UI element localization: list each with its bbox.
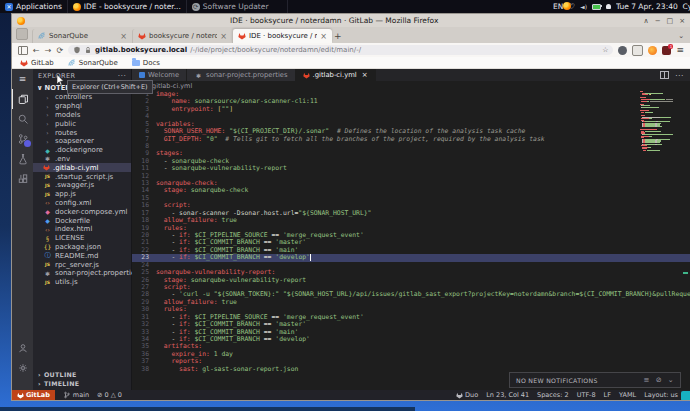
bookmark-item[interactable]: GitLab (20, 59, 54, 67)
editor-tab[interactable]: ✱sonar-project.properties (187, 69, 295, 81)
bookmark-star-icon[interactable]: ☆ (602, 46, 608, 54)
folder-item[interactable]: ›models (33, 111, 131, 120)
problems-indicator[interactable]: ⊘0 △0 (97, 391, 122, 399)
section-timeline[interactable]: ›TIMELINE (33, 379, 131, 388)
tab-close-icon[interactable]: × (220, 32, 227, 41)
status-item-indentation[interactable]: Spaces: 2 (537, 391, 569, 399)
tab-close-icon[interactable]: × (362, 71, 368, 79)
code-line[interactable]: 7 GIT_DEPTH: "0" # Tells git to fetch al… (132, 136, 690, 143)
file-item[interactable]: JSrpc_server.js (33, 260, 131, 269)
bookmark-item[interactable]: Docs (132, 59, 160, 67)
status-item-layout[interactable]: Layout: us (644, 391, 678, 399)
bookmark-item[interactable]: SonarQube (68, 59, 118, 67)
status-item-language[interactable]: YAML (619, 391, 636, 399)
applications-menu[interactable]: ✕ Applications (0, 0, 68, 13)
clear-notifications-icon[interactable]: ≡ (643, 376, 649, 384)
run-tests-view-icon[interactable] (12, 149, 33, 169)
clock[interactable]: Tue 7 Apr, 23:40 Cybra (616, 2, 690, 11)
code-area[interactable]: 1image:2 name: sonarsource/sonar-scanner… (132, 91, 690, 390)
reload-button[interactable]: ⟳ (56, 46, 63, 55)
code-line[interactable]: 18 allow_failure: true (132, 217, 690, 224)
code-line[interactable]: 34 - if: $CI_COMMIT_BRANCH == 'develop' (132, 336, 690, 343)
file-item[interactable]: JS.startup_script.js (33, 172, 131, 181)
extension-page-icon[interactable] (632, 45, 643, 56)
folder-item[interactable]: ›routes (33, 128, 131, 137)
firefox-view-icon[interactable] (16, 28, 28, 40)
tracking-shield-icon[interactable] (73, 46, 81, 54)
browser-tab[interactable]: IDE · booksycure / noter…× (232, 29, 332, 43)
battery-icon[interactable] (592, 4, 601, 10)
extension-badge-icon[interactable]: 1 (662, 46, 671, 55)
file-item[interactable]: ‹›config.xml (33, 199, 131, 208)
tab-close-icon[interactable]: × (120, 32, 127, 41)
file-item[interactable]: {}package.json (33, 243, 131, 252)
code-line[interactable]: 23 - if: $CI_COMMIT_BRANCH == 'develop' (132, 254, 690, 261)
app-menu-icon[interactable]: ≡ (676, 45, 684, 55)
browser-tab[interactable]: booksycure / noterdamn× (132, 29, 232, 43)
search-view-icon[interactable] (12, 109, 33, 129)
code-line[interactable]: 8 (132, 143, 690, 150)
code-line[interactable]: 15 (132, 195, 690, 202)
new-tab-button[interactable]: + (334, 31, 342, 41)
taskbar-window-firefox[interactable]: IDE - booksycure / noter... (68, 0, 187, 13)
window-titlebar[interactable]: IDE · booksycure / noterdamn · GitLab — … (12, 14, 690, 27)
branch-indicator[interactable]: main (63, 391, 89, 399)
file-item[interactable]: .gitlab-ci.yml (33, 163, 131, 172)
code-line[interactable]: 11 - sonarqube-vulnerability-report (132, 165, 690, 172)
list-all-tabs-button[interactable]: ⌄ (678, 32, 684, 40)
editor-tab[interactable]: .gitlab-ci.yml× (296, 69, 376, 81)
code-line[interactable]: 26 stage: sonarqube-vulnerability-report (132, 277, 690, 284)
extension-account-icon[interactable] (618, 46, 627, 55)
forward-button[interactable]: → (45, 46, 52, 55)
file-item[interactable]: ◆Dockerfile (33, 216, 131, 225)
sidebar-toggle-icon[interactable] (18, 46, 28, 55)
code-line[interactable]: 36 expire_in: 1 day (132, 351, 690, 358)
split-editor-icon[interactable] (660, 71, 669, 79)
file-item[interactable]: JSutils.js (33, 278, 131, 287)
minimize-button[interactable]: − (655, 17, 661, 25)
explorer-more-actions-icon[interactable]: ⋯ (118, 71, 126, 80)
file-item[interactable]: ◆docker-compose.yml (33, 207, 131, 216)
section-outline[interactable]: ›OUTLINE (33, 370, 131, 379)
editor-more-actions-icon[interactable]: ⋯ (675, 71, 683, 80)
keyboard-layout-indicator[interactable]: EN (553, 2, 563, 11)
status-item-duo[interactable]: Duo (456, 391, 478, 399)
file-item[interactable]: ⓘREADME.md (33, 251, 131, 260)
file-item[interactable]: JSapp.js (33, 190, 131, 199)
browser-tab[interactable]: SonarQube× (32, 29, 132, 43)
hide-notifications-icon[interactable]: ⌄ (668, 376, 674, 384)
source-control-view-icon[interactable] (12, 129, 33, 149)
file-item[interactable]: ✱.env (33, 155, 131, 164)
shade-button[interactable]: ∧ (644, 17, 649, 25)
url-bar[interactable]: gitlab.booksycure.local/-/ide/project/bo… (68, 45, 613, 55)
volume-icon[interactable]: ◄) (580, 3, 587, 10)
account-icon[interactable] (12, 338, 33, 358)
minimap[interactable] (640, 91, 673, 155)
do-not-disturb-icon[interactable]: ⊘ (656, 376, 662, 384)
close-button[interactable]: × (679, 17, 685, 25)
status-item-cursor-position[interactable]: Ln 23, Col 41 (486, 391, 529, 399)
tab-close-icon[interactable]: × (320, 32, 327, 41)
file-item[interactable]: ◆.dockerignore (33, 146, 131, 155)
file-item[interactable]: ‹›index.html (33, 225, 131, 234)
firefox-tray-icon[interactable] (563, 2, 571, 10)
keyboard-layout-button[interactable] (681, 391, 690, 401)
extensions-view-icon[interactable] (12, 169, 33, 189)
lock-icon[interactable] (84, 46, 92, 54)
code-line[interactable]: 29 allow_failure: true (132, 299, 690, 306)
folder-item[interactable]: ›public (33, 119, 131, 128)
back-button[interactable]: ← (33, 46, 40, 55)
file-item[interactable]: JS.swagger.js (33, 181, 131, 190)
explorer-view-icon[interactable] (12, 89, 33, 109)
ide-menu-icon[interactable]: ≡ (12, 69, 33, 89)
code-line[interactable]: 3 entrypoint: [""] (132, 106, 690, 113)
breadcrumb[interactable]: .gitlab-ci.yml (132, 81, 690, 91)
bottom-taskbar[interactable] (0, 407, 415, 411)
file-item[interactable]: ✱sonar-project.properties (33, 269, 131, 278)
status-item-eol[interactable]: LF (604, 391, 611, 399)
folder-item[interactable]: ›controllers (33, 93, 131, 102)
gitlab-remote-badge[interactable]: GitLab (12, 390, 55, 400)
notifications-bell-icon[interactable] (606, 4, 611, 9)
file-item[interactable]: §LICENSE (33, 234, 131, 243)
folder-item[interactable]: ›soapserver (33, 137, 131, 146)
